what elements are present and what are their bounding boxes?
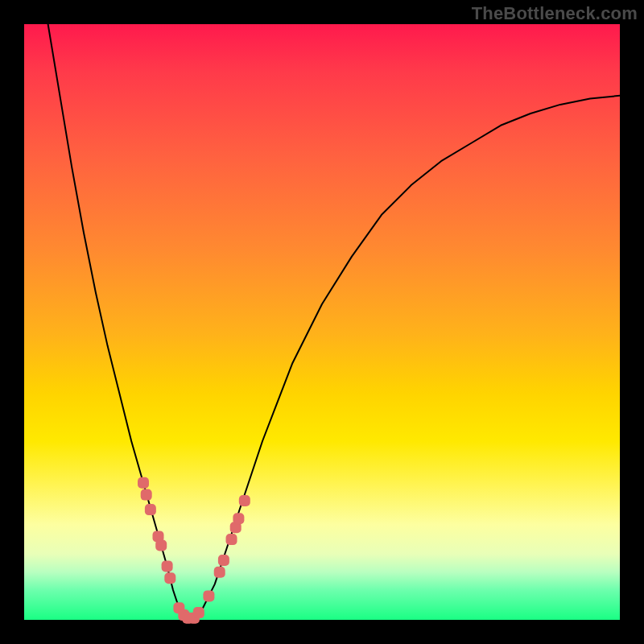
data-marker <box>233 513 244 524</box>
data-marker <box>162 560 173 572</box>
data-marker <box>226 534 237 545</box>
curve-path <box>48 24 620 620</box>
data-marker <box>193 607 204 618</box>
chart-frame <box>24 24 620 620</box>
data-marker <box>218 555 229 566</box>
data-marker <box>141 489 152 501</box>
data-marker <box>138 477 149 489</box>
data-markers <box>138 477 250 624</box>
data-marker <box>164 572 175 584</box>
watermark-text: TheBottleneck.com <box>472 3 638 24</box>
bottleneck-curve <box>48 24 620 620</box>
data-marker <box>155 540 167 551</box>
data-marker <box>145 504 156 515</box>
data-marker <box>239 495 250 506</box>
data-marker <box>214 567 225 578</box>
chart-svg <box>24 24 620 620</box>
data-marker <box>203 590 214 601</box>
